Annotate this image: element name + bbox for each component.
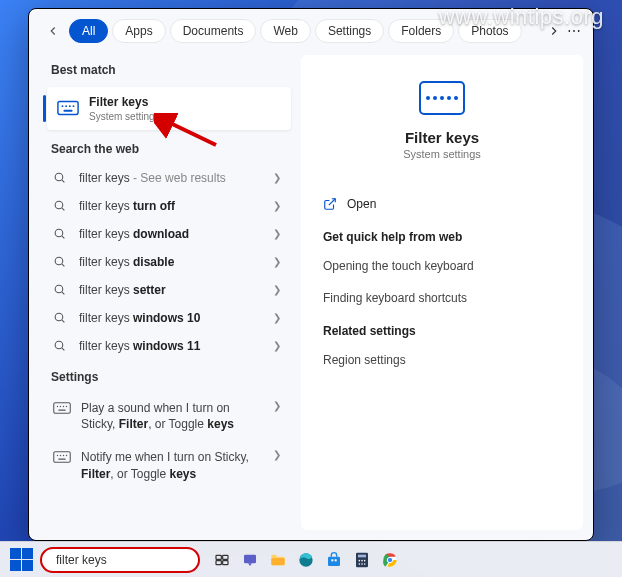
detail-keyboard-icon [419,81,465,115]
explorer-icon[interactable] [266,548,290,572]
tab-all[interactable]: All [69,19,108,43]
tab-settings[interactable]: Settings [315,19,384,43]
taskbar-search-box[interactable] [40,547,200,573]
tabs-overflow[interactable]: ⋯ [547,23,581,39]
search-icon [53,339,69,352]
svg-point-24 [66,405,67,406]
section-search-web: Search the web [47,132,299,164]
related-settings-header: Related settings [321,314,563,344]
svg-rect-36 [216,555,221,559]
tab-web[interactable]: Web [260,19,310,43]
settings-result-text: Play a sound when I turn on Sticky, Filt… [81,400,263,434]
section-settings: Settings [47,360,299,392]
svg-point-23 [63,405,64,406]
best-match-title: Filter keys [89,95,148,109]
svg-point-12 [55,257,63,265]
keyboard-icon [53,400,71,414]
edge-icon[interactable] [294,548,318,572]
related-settings-link[interactable]: Region settings [321,344,563,376]
web-result-text: filter keys windows 11 [79,339,263,353]
chevron-right-icon: ❯ [273,449,281,460]
svg-point-29 [63,455,64,456]
svg-point-14 [55,285,63,293]
web-result-text: filter keys - See web results [79,171,263,185]
web-result[interactable]: filter keys windows 11❯ [47,332,291,360]
svg-point-52 [361,563,363,565]
open-label: Open [347,197,376,211]
search-panel: All Apps Documents Web Settings Folders … [28,8,594,541]
tab-documents[interactable]: Documents [170,19,257,43]
web-result[interactable]: filter keys disable❯ [47,248,291,276]
chrome-icon[interactable] [378,548,402,572]
chat-icon[interactable] [238,548,262,572]
chevron-right-icon: ❯ [273,284,281,295]
svg-point-27 [57,455,58,456]
settings-result[interactable]: Notify me when I turn on Sticky, Filter,… [47,441,291,491]
web-result[interactable]: filter keys download❯ [47,220,291,248]
tab-photos[interactable]: Photos [458,19,521,43]
results-column: Best match Filter keys System settings S… [29,49,299,540]
chevron-right-icon: ❯ [273,340,281,351]
svg-line-17 [62,320,64,322]
svg-point-16 [55,313,63,321]
svg-point-28 [60,455,61,456]
svg-point-53 [364,563,366,565]
settings-result[interactable]: Play a sound when I turn on Sticky, Filt… [47,392,291,442]
web-result[interactable]: filter keys windows 10❯ [47,304,291,332]
svg-line-15 [62,292,64,294]
svg-point-4 [73,106,75,108]
open-action[interactable]: Open [321,188,563,220]
tab-apps[interactable]: Apps [112,19,165,43]
chevron-right-icon: ❯ [273,312,281,323]
web-result[interactable]: filter keys turn off❯ [47,192,291,220]
svg-line-13 [62,264,64,266]
svg-line-11 [62,236,64,238]
web-result[interactable]: filter keys setter❯ [47,276,291,304]
calculator-icon[interactable] [350,548,374,572]
search-icon [53,227,69,240]
svg-rect-31 [58,459,66,460]
svg-point-1 [62,106,64,108]
settings-result-text: Notify me when I turn on Sticky, Filter,… [81,449,263,483]
svg-point-30 [66,455,67,456]
svg-rect-43 [328,556,340,565]
web-result[interactable]: filter keys - See web results❯ [47,164,291,192]
keyboard-icon [57,97,79,119]
svg-rect-45 [335,559,337,561]
quick-help-link[interactable]: Finding keyboard shortcuts [321,282,563,314]
task-view-icon[interactable] [210,548,234,572]
svg-line-9 [62,208,64,210]
svg-point-8 [55,201,63,209]
search-icon [53,199,69,212]
svg-line-7 [62,180,64,182]
svg-rect-20 [54,402,71,413]
tab-folders[interactable]: Folders [388,19,454,43]
chevron-right-icon: ❯ [273,400,281,411]
chevron-right-icon: ❯ [273,172,281,183]
svg-point-51 [359,563,361,565]
back-button[interactable] [41,19,65,43]
keyboard-icon [53,449,71,463]
svg-rect-41 [271,558,284,565]
web-result-text: filter keys windows 10 [79,311,263,325]
quick-help-header: Get quick help from web [321,220,563,250]
search-icon [53,255,69,268]
detail-subtitle: System settings [403,148,481,160]
tabs-row: All Apps Documents Web Settings Folders … [29,9,593,49]
best-match-result[interactable]: Filter keys System settings [47,87,291,130]
store-icon[interactable] [322,548,346,572]
chevron-right-icon: ❯ [273,200,281,211]
start-button[interactable] [10,548,34,572]
svg-rect-37 [223,555,228,559]
svg-point-49 [361,559,363,561]
svg-point-48 [359,559,361,561]
taskbar-search-input[interactable] [56,553,206,567]
svg-point-18 [55,341,63,349]
svg-line-19 [62,348,64,350]
quick-help-link[interactable]: Opening the touch keyboard [321,250,563,282]
section-best-match: Best match [47,53,299,85]
best-match-subtitle: System settings [89,111,281,122]
search-icon [53,283,69,296]
chevron-right-icon: ❯ [273,228,281,239]
detail-title: Filter keys [405,129,479,146]
